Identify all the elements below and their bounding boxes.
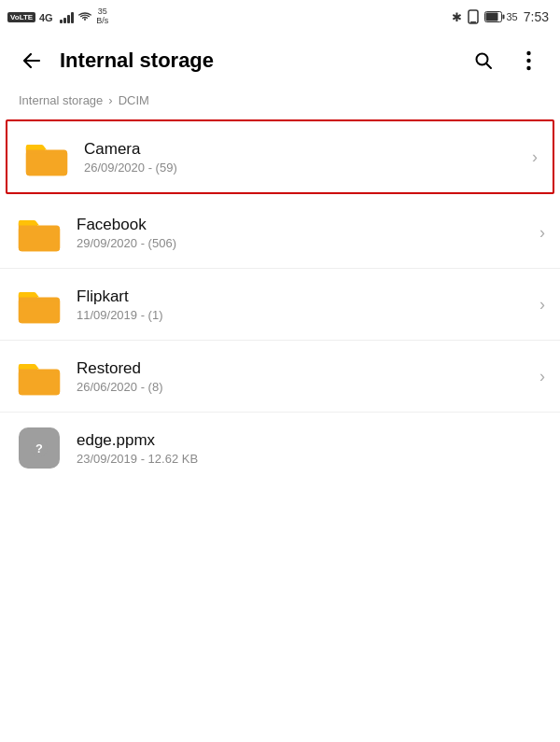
svg-rect-1 bbox=[469, 10, 478, 23]
list-item[interactable]: ? edge.ppmx 23/09/2019 - 12.62 KB › bbox=[0, 413, 560, 483]
folder-icon-camera bbox=[22, 133, 71, 181]
chevron-right-icon: › bbox=[532, 147, 538, 167]
file-name: Flipkart bbox=[77, 287, 534, 306]
file-info-restored: Restored 26/06/2020 - (8) bbox=[63, 359, 534, 394]
folder-icon-flipkart bbox=[15, 280, 63, 329]
phone-icon bbox=[468, 9, 479, 24]
breadcrumb-current: DCIM bbox=[119, 93, 149, 107]
list-item[interactable]: Camera 26/09/2020 - (59) › bbox=[6, 119, 554, 194]
file-list: Camera 26/09/2020 - (59) › Facebook 29/0… bbox=[0, 119, 560, 483]
file-meta: 11/09/2019 - (1) bbox=[77, 308, 534, 322]
app-bar: Internal storage bbox=[0, 34, 560, 88]
chevron-right-icon: › bbox=[539, 367, 545, 386]
status-right: ✱ 35 7:53 bbox=[452, 9, 550, 24]
svg-point-7 bbox=[526, 51, 530, 55]
network-speed: 35 B/s bbox=[96, 7, 108, 26]
svg-text:4G: 4G bbox=[39, 12, 53, 23]
chevron-right-icon: › bbox=[539, 295, 545, 315]
bluetooth-icon: ✱ bbox=[452, 10, 462, 24]
folder-icon-restored bbox=[15, 352, 63, 400]
battery-indicator: 35 bbox=[484, 11, 518, 22]
search-button[interactable] bbox=[467, 44, 500, 77]
file-name: edge.ppmx bbox=[77, 431, 534, 450]
file-info-facebook: Facebook 29/09/2020 - (506) bbox=[63, 216, 534, 250]
list-item[interactable]: Flipkart 11/09/2019 - (1) › bbox=[0, 269, 560, 341]
svg-text:?: ? bbox=[35, 441, 43, 455]
file-meta: 26/06/2020 - (8) bbox=[77, 380, 534, 394]
file-meta: 29/09/2020 - (506) bbox=[77, 236, 534, 250]
network-icon: 4G bbox=[39, 10, 56, 23]
unknown-file-icon: ? bbox=[19, 427, 60, 469]
file-name: Restored bbox=[77, 359, 534, 378]
list-item[interactable]: Restored 26/06/2020 - (8) › bbox=[0, 341, 560, 413]
svg-point-9 bbox=[526, 66, 530, 70]
chevron-right-icon: › bbox=[539, 223, 545, 243]
list-item[interactable]: Facebook 29/09/2020 - (506) › bbox=[0, 197, 560, 269]
signal-bars bbox=[60, 10, 74, 23]
file-meta: 23/09/2019 - 12.62 KB bbox=[77, 452, 534, 466]
wifi-icon bbox=[77, 11, 92, 22]
back-button[interactable] bbox=[15, 44, 49, 77]
status-left: VoLTE 4G 35 B/s bbox=[7, 7, 108, 26]
page-title: Internal storage bbox=[60, 49, 455, 73]
more-options-button[interactable] bbox=[511, 44, 545, 77]
svg-rect-4 bbox=[485, 13, 497, 21]
svg-point-8 bbox=[526, 59, 530, 63]
volte-indicator: VoLTE bbox=[7, 12, 35, 22]
file-meta: 26/09/2020 - (59) bbox=[84, 161, 526, 175]
file-info-camera: Camera 26/09/2020 - (59) bbox=[71, 140, 526, 175]
status-bar: VoLTE 4G 35 B/s ✱ bbox=[0, 0, 560, 34]
file-info-edge: edge.ppmx 23/09/2019 - 12.62 KB bbox=[63, 431, 534, 466]
folder-icon-facebook bbox=[15, 208, 63, 257]
breadcrumb-root[interactable]: Internal storage bbox=[19, 93, 103, 107]
file-info-flipkart: Flipkart 11/09/2019 - (1) bbox=[63, 287, 534, 322]
file-icon-edge: ? bbox=[15, 424, 63, 472]
svg-rect-2 bbox=[470, 21, 476, 23]
breadcrumb-separator: › bbox=[108, 93, 112, 107]
svg-rect-5 bbox=[502, 15, 504, 20]
clock: 7:53 bbox=[524, 9, 549, 24]
file-name: Camera bbox=[84, 140, 526, 159]
breadcrumb: Internal storage › DCIM bbox=[0, 88, 560, 117]
file-name: Facebook bbox=[77, 216, 534, 234]
